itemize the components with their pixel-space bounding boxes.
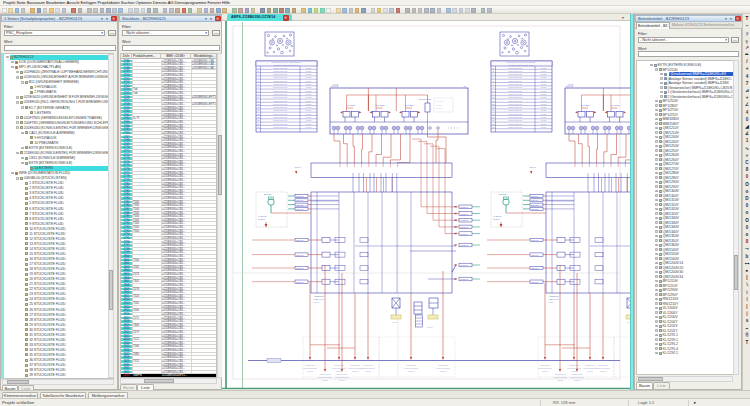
svg-text:XxxxXxxxxXxx: XxxxXxxxxXxx [273, 126, 288, 128]
svg-text:1BK090: 1BK090 [296, 254, 304, 256]
svg-text:XXXXXXX: XXXXXXX [334, 364, 344, 366]
svg-text:1BK090: 1BK090 [296, 208, 304, 210]
svg-text:15: 15 [257, 113, 260, 115]
svg-text:XxxxXxxxxXxx: XxxxXxxxxXxx [508, 100, 523, 102]
svg-text:=J11BK000: =J11BK000 [548, 295, 559, 297]
svg-text:J11BK09: J11BK09 [460, 264, 469, 266]
svg-text:XXXXXXXXXX: XXXXXXXXXX [436, 367, 450, 369]
svg-text:1: 1 [258, 67, 260, 69]
svg-text:6: 6 [258, 83, 260, 85]
svg-text:XxxxXxxxxXxx: XxxxXxxxxXxx [508, 119, 523, 121]
svg-text:=Z4: =Z4 [462, 85, 467, 88]
svg-text:XxxxXxxxxXxx: XxxxXxxxxXxx [273, 83, 288, 85]
svg-text:XXXXXXX: XXXXXXX [540, 364, 550, 366]
svg-text:XXXXXXX: XXXXXXX [305, 364, 315, 366]
svg-text:1BK090: 1BK090 [296, 281, 304, 283]
svg-text:XxxxXxxxxXxx: XxxxXxxxxXxx [273, 116, 288, 118]
svg-text:XXXX: XXXX [313, 301, 319, 303]
svg-text:XXXXXXX: XXXXXXX [569, 364, 579, 366]
svg-text:J11BK09: J11BK09 [460, 278, 469, 280]
svg-text:XXXXXXXXXX: XXXXXXXXXX [361, 367, 375, 369]
svg-text:Xxxxx: Xxxxx [306, 67, 313, 69]
svg-text:17: 17 [492, 119, 495, 121]
svg-text:Xxxxx: Xxxxx [306, 113, 313, 115]
svg-text:XXXXXXXXXX: XXXXXXXXXX [335, 376, 349, 378]
svg-text:+CB1 XXXX: +CB1 XXXX [548, 298, 560, 300]
svg-text:XxxxXxxxxXxx: XxxxXxxxxXxx [508, 86, 523, 88]
svg-text:Xxxxx: Xxxxx [541, 73, 548, 75]
svg-text:XxxxXxxxxXxx: XxxxXxxxxXxx [273, 67, 288, 69]
svg-text:2: 2 [493, 70, 495, 72]
svg-text:XxxxXxxxxXxx: XxxxXxxxxXxx [508, 67, 523, 69]
svg-text:Xxxxx: Xxxxx [306, 119, 313, 121]
svg-text:Xxxxx: Xxxxx [541, 109, 548, 111]
svg-text:10: 10 [492, 96, 495, 98]
svg-text:Xxxxx: Xxxxx [541, 96, 548, 98]
svg-text:Xxxxx: Xxxxx [541, 103, 548, 105]
svg-text:Xxxxx: Xxxxx [306, 126, 313, 128]
svg-text:XxxxXxxxxXxx: XxxxXxxxxXxx [508, 106, 523, 108]
svg-text:XxxxXxxxxXxx: XxxxXxxxxXxx [273, 96, 288, 98]
svg-text:1BK090: 1BK090 [296, 267, 304, 269]
svg-text:Xxxxx: Xxxxx [541, 80, 548, 82]
svg-text:12: 12 [492, 103, 495, 105]
svg-text:4: 4 [258, 76, 260, 78]
svg-text:XXXX: XXXX [322, 379, 328, 381]
svg-text:1BK090: 1BK090 [531, 239, 539, 241]
svg-text:16: 16 [492, 116, 495, 118]
svg-text:XXXXXXX: XXXXXXX [585, 364, 595, 366]
svg-text:Xxxxx: Xxxxx [541, 106, 548, 108]
svg-text:XXXX: XXXX [365, 370, 371, 372]
svg-text:XXXXXXXXXX: XXXXXXXXXX [567, 367, 581, 369]
svg-text:XXXXXXXX: XXXXXXXX [554, 373, 566, 375]
svg-text:XXXX: XXXX [587, 370, 593, 372]
svg-text:XxxxXxxxxXxx: XxxxXxxxxXxx [508, 83, 523, 85]
svg-text:19: 19 [257, 126, 260, 128]
svg-text:XxxxXxxxxXxx: XxxxXxxxxXxx [508, 80, 523, 82]
svg-text:XXXX: XXXX [339, 379, 345, 381]
svg-text:Xxxxx: Xxxxx [541, 86, 548, 88]
svg-text:Xxxxx: Xxxxx [306, 93, 313, 95]
svg-text:XXXXX XXXXXXXX XXX: XXXXX XXXXXXXX XXX [274, 64, 299, 66]
svg-text:Drucksensor: Drucksensor [419, 98, 432, 100]
svg-text:Xxxxx: Xxxxx [306, 103, 313, 105]
svg-text:Xxxxx: Xxxxx [306, 76, 313, 78]
svg-text:BP1/21: BP1/21 [264, 193, 272, 195]
svg-text:J11BK09: J11BK09 [460, 206, 469, 208]
svg-text:J11BK09: J11BK09 [460, 244, 469, 246]
svg-text:11: 11 [492, 100, 495, 102]
svg-text:XXXXXXX: XXXXXXX [438, 364, 448, 366]
svg-text:Xxxxx: Xxxxx [541, 126, 548, 128]
svg-text:XXXXXXXXXX: XXXXXXXXXX [404, 367, 418, 369]
svg-text:XXXXXXXXXX: XXXXXXXXXX [596, 367, 610, 369]
svg-text:8: 8 [258, 90, 260, 92]
svg-text:Xxxxx: Xxxxx [306, 83, 313, 85]
svg-text:sensor): sensor) [493, 218, 501, 220]
svg-text:XXXX: XXXX [307, 370, 313, 372]
svg-text:1BK090: 1BK090 [531, 281, 539, 283]
svg-text:9: 9 [258, 93, 260, 95]
svg-text:XxxxXxxxxXxx: XxxxXxxxxXxx [273, 80, 288, 82]
svg-text:Xxxxx: Xxxxx [306, 86, 313, 88]
svg-text:6: 6 [493, 83, 495, 85]
svg-text:XxxxXxxxxXxx: XxxxXxxxxXxx [273, 73, 288, 75]
svg-text:BP1/21: BP1/21 [499, 193, 507, 195]
svg-text:P (Druck-: P (Druck- [258, 215, 267, 217]
svg-text:=J11X1: =J11X1 [293, 166, 302, 169]
svg-text:XXXXXXX: XXXXXXX [598, 364, 608, 366]
svg-text:Xxxxx: Xxxxx [306, 123, 313, 125]
svg-text:+CB1 XXXX: +CB1 XXXX [313, 298, 325, 300]
svg-text:18: 18 [257, 123, 260, 125]
svg-text:Xxxxx: Xxxxx [541, 76, 548, 78]
svg-text:xx xxx: xx xxx [436, 104, 443, 106]
svg-text:Coil Base: Coil Base [405, 104, 415, 106]
svg-text:XxxxXxxxxXxx: XxxxXxxxxXxx [273, 70, 288, 72]
svg-text:1BK090: 1BK090 [531, 199, 539, 201]
svg-text:XxxxXxxxxXxx: XxxxXxxxxXxx [508, 116, 523, 118]
svg-text:J11BK09: J11BK09 [460, 226, 469, 228]
svg-text:14: 14 [257, 109, 260, 111]
svg-text:XxxxXxxxxXxx: XxxxXxxxxXxx [273, 123, 288, 125]
svg-text:17: 17 [257, 119, 260, 121]
svg-text:XXXXXXXXXX: XXXXXXXXXX [303, 367, 317, 369]
svg-text:J11BK09: J11BK09 [460, 213, 469, 215]
